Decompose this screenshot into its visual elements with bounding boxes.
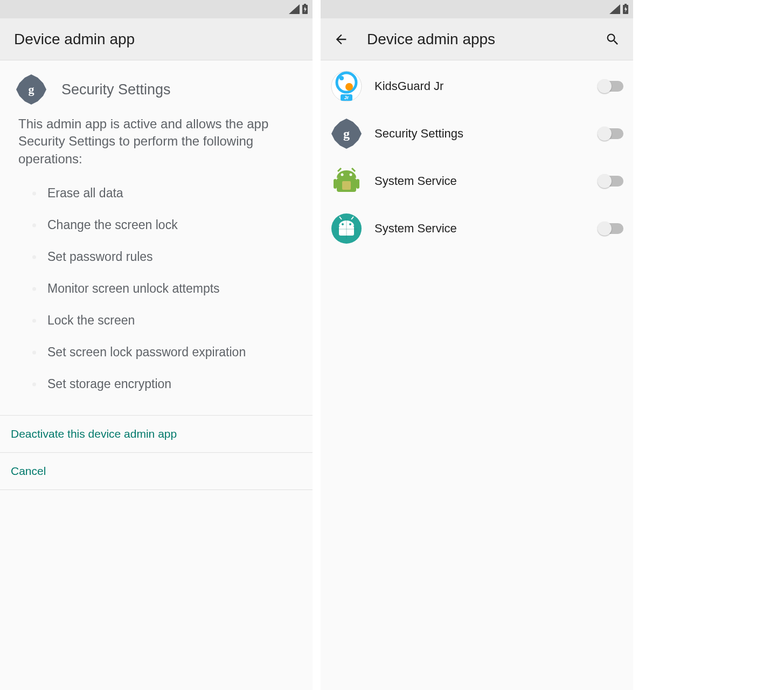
admin-apps-list: Jr KidsGuard Jr g Security Settings [321,60,633,252]
cancel-button[interactable]: Cancel [0,452,313,490]
arrow-left-icon [334,32,349,47]
gear-google-icon: g [15,73,47,106]
svg-line-21 [338,168,341,171]
admin-app-label: System Service [374,174,587,188]
permission-item: Set storage encryption [32,368,294,400]
app-header: g Security Settings [0,60,313,111]
gear-google-icon: g [330,118,363,150]
admin-app-row[interactable]: System Service [321,157,633,205]
permission-item: Set password rules [32,241,294,273]
signal-icon [609,4,620,14]
search-icon [605,32,620,47]
app-bar: Device admin app [0,18,313,60]
permission-item: Lock the screen [32,305,294,336]
status-bar [0,0,313,18]
toggle-switch[interactable] [599,176,623,187]
app-bar: Device admin apps [321,18,633,60]
svg-point-9 [345,83,353,91]
permission-item: Change the screen lock [32,209,294,241]
toggle-switch[interactable] [599,223,623,234]
admin-app-label: KidsGuard Jr [374,79,587,93]
app-name: Security Settings [61,81,171,98]
right-screen: Device admin apps Jr KidsGuard Jr [321,0,633,690]
left-screen: Device admin app g Security Settings Thi… [0,0,313,690]
toggle-switch[interactable] [599,81,623,92]
status-bar [321,0,633,18]
svg-point-16 [341,174,344,176]
svg-rect-20 [342,181,351,190]
svg-point-25 [342,223,344,225]
permission-item: Set screen lock password expiration [32,336,294,368]
permission-item: Erase all data [32,177,294,209]
svg-rect-18 [334,179,337,189]
svg-rect-19 [356,179,359,189]
android-box-icon [330,165,363,197]
svg-line-22 [352,168,355,171]
svg-text:g: g [29,82,34,96]
permission-item: Monitor screen unlock attempts [32,273,294,305]
svg-text:Jr: Jr [344,95,349,100]
battery-icon [302,4,308,15]
admin-detail: g Security Settings This admin app is ac… [0,60,313,490]
admin-app-row[interactable]: Jr KidsGuard Jr [321,63,633,110]
kidsguard-icon: Jr [330,70,363,102]
svg-text:g: g [343,127,350,141]
svg-rect-6 [625,4,627,5]
admin-app-row[interactable]: System Service [321,205,633,252]
admin-app-row[interactable]: g Security Settings [321,110,633,157]
signal-icon [289,4,300,14]
deactivate-button[interactable]: Deactivate this device admin app [0,415,313,452]
page-title: Device admin app [14,31,303,48]
back-button[interactable] [330,29,352,50]
toggle-switch[interactable] [599,128,623,139]
svg-rect-1 [304,4,306,5]
search-button[interactable] [602,29,623,50]
android-circle-icon [330,212,363,245]
svg-point-26 [349,223,351,225]
admin-app-label: Security Settings [374,127,587,141]
battery-icon [622,4,629,15]
permission-list: Erase all data Change the screen lock Se… [0,177,313,415]
admin-description: This admin app is active and allows the … [0,111,313,177]
svg-point-10 [339,76,344,80]
page-title: Device admin apps [367,31,587,48]
admin-app-label: System Service [374,222,587,236]
svg-point-17 [350,174,352,176]
